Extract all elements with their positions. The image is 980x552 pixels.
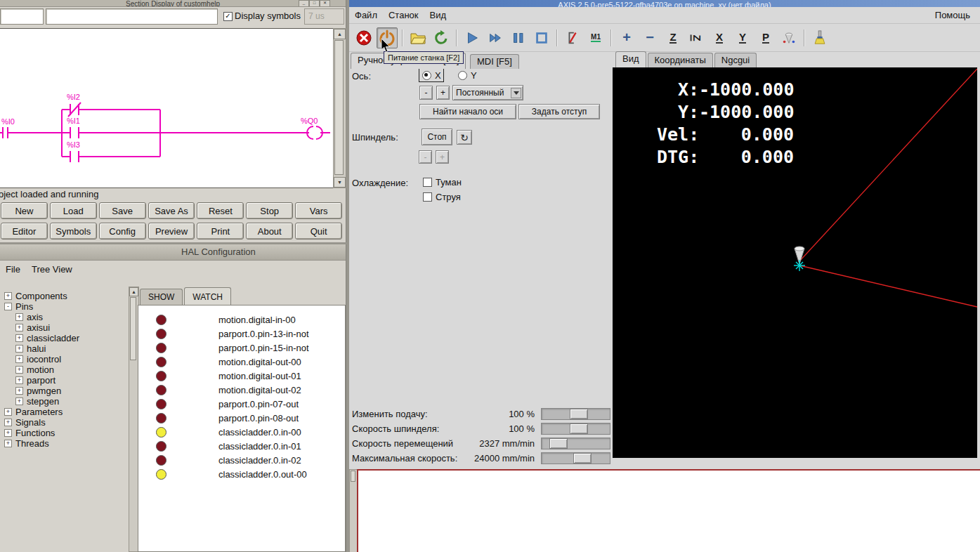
classicladder-button[interactable]: Quit [295,223,342,239]
spindle-plus-button[interactable]: + [436,150,449,164]
axis-menu-item[interactable]: Файл [349,8,383,22]
tree-row[interactable]: + motion [0,364,128,375]
watch-row[interactable]: motion.digital-out-02 [138,383,345,397]
scrollbar-thumb[interactable] [334,40,344,175]
axis-menu-item[interactable]: Вид [424,8,452,22]
tree-expand-icon[interactable]: + [4,408,12,416]
tree-row[interactable]: + Components [0,291,128,301]
tree-row[interactable]: + halui [0,343,128,354]
classicladder-titlebar[interactable]: Section Display of customhelp _ □ ✕ [0,0,346,7]
spindle-direction-icon[interactable] [457,130,472,145]
tree-row[interactable]: + pwmgen [0,386,128,396]
view-perspective-icon[interactable] [755,27,776,48]
scroll-down-icon[interactable]: ▼ [334,177,346,188]
classicladder-button[interactable]: About [246,223,293,239]
tree-row[interactable]: + axisui [0,322,128,333]
section-name-entry[interactable] [46,8,218,25]
rotate-view-icon[interactable] [778,27,799,48]
classicladder-button[interactable]: Vars [295,202,342,219]
classicladder-button[interactable]: Print [197,223,244,239]
watch-row[interactable]: parport.0.pin-07-out [138,397,345,411]
skip-lines-icon[interactable] [562,27,583,48]
spindle-stop-button[interactable]: Стоп [422,129,452,145]
section-entry[interactable] [0,8,44,25]
tree-expand-icon[interactable]: + [4,292,12,300]
axis-menu-help[interactable]: Помощь [929,8,976,22]
hal-titlebar[interactable]: HAL Configuration [0,244,346,261]
watch-row[interactable]: parport.0.pin-08-out [138,411,345,425]
tree-expand-icon[interactable]: + [15,376,23,384]
classicladder-button[interactable]: Save As [148,202,195,219]
tab-show[interactable]: SHOW [140,289,183,305]
axis-menu-item[interactable]: Станок [383,8,424,22]
watch-row[interactable]: parport.0.pin-15-in-not [138,341,345,355]
tree-expand-icon[interactable]: + [15,387,23,395]
tree-row[interactable]: + Parameters [0,407,128,417]
classicladder-button[interactable]: Preview [148,223,195,239]
hal-menu-item[interactable]: Tree View [26,262,78,277]
slider-track[interactable] [541,408,610,420]
tree-row[interactable]: + Threads [0,438,128,449]
tree-row[interactable]: - Pins [0,301,128,312]
slider-handle[interactable] [549,438,568,449]
slider-track[interactable] [541,423,610,435]
watch-row[interactable]: motion.digital-out-01 [138,369,345,383]
tree-row[interactable]: + axis [0,312,128,322]
watch-row[interactable]: classicladder.0.in-01 [138,439,345,453]
slider-track[interactable] [541,452,610,464]
classicladder-button[interactable]: Load [50,202,97,219]
tree-row[interactable]: + classicladder [0,333,128,343]
scroll-up-icon[interactable]: ▲ [334,29,346,39]
maximize-button[interactable]: □ [309,0,320,7]
clear-plot-icon[interactable] [809,27,830,48]
preview-tab[interactable]: Координаты [648,53,713,67]
slider-track[interactable] [541,438,610,449]
watch-row[interactable]: parport.0.pin-13-in-not [138,327,345,341]
scrollbar-thumb[interactable] [351,471,355,482]
ladder-scrollbar[interactable]: ▲ ▼ [333,28,346,188]
watch-row[interactable]: motion.digital-out-00 [138,355,345,369]
preview-tab[interactable]: Ngcgui [714,53,757,67]
step-program-icon[interactable] [485,27,506,48]
spindle-minus-button[interactable]: - [419,150,432,164]
tree-expand-icon[interactable]: + [15,355,23,363]
tree-expand-icon[interactable]: + [15,313,23,321]
tree-expand-icon[interactable]: - [4,303,12,310]
touch-off-button[interactable]: Задать отступ [518,104,600,119]
axis-titlebar[interactable]: AXIS 2.5.0-pre5-5122-gfba4703e on machin… [349,0,980,7]
reload-file-icon[interactable] [431,27,452,48]
optional-pause-icon[interactable] [585,27,606,48]
watch-row[interactable]: classicladder.0.in-02 [138,453,345,467]
slider-handle[interactable] [570,409,588,419]
tree-row[interactable]: + parport [0,375,128,386]
view-y-icon[interactable] [732,27,753,48]
jog-minus-button[interactable]: - [419,86,433,100]
tree-expand-icon[interactable]: + [15,366,23,374]
classicladder-button[interactable]: Config [99,223,146,239]
zoom-in-icon[interactable] [616,27,637,48]
tree-row[interactable]: + stepgen [0,396,128,407]
view-z-icon[interactable] [662,27,684,48]
minimize-button[interactable]: _ [299,0,309,7]
watch-row[interactable]: motion.digital-in-00 [138,313,345,327]
scrollbar-thumb[interactable] [130,297,136,360]
gcode-text-area[interactable] [357,469,980,552]
classicladder-button[interactable]: Editor [1,223,48,239]
hal-menu-item[interactable]: File [0,262,26,277]
close-button[interactable]: ✕ [320,0,330,7]
tab-watch[interactable]: WATCH [184,287,231,305]
flood-checkbox[interactable]: Струя [423,192,461,202]
preview-canvas[interactable]: X: -1000.000 Y: -1000.000 Vel: 0.000 [613,67,977,458]
tree-row[interactable]: + iocontrol [0,354,128,364]
tree-expand-icon[interactable]: + [15,324,23,331]
tree-expand-icon[interactable]: + [4,440,12,447]
tree-row[interactable]: + Functions [0,428,128,438]
tab-mdi[interactable]: MDI [F5] [470,54,519,69]
tree-row[interactable]: + Signals [0,417,128,428]
classicladder-button[interactable]: Stop [246,202,293,219]
mist-checkbox[interactable]: Туман [423,177,462,188]
stop-program-icon[interactable] [531,27,552,48]
tree-expand-icon[interactable]: + [4,419,12,426]
zoom-out-icon[interactable] [639,27,660,48]
classicladder-button[interactable]: Reset [197,202,244,219]
